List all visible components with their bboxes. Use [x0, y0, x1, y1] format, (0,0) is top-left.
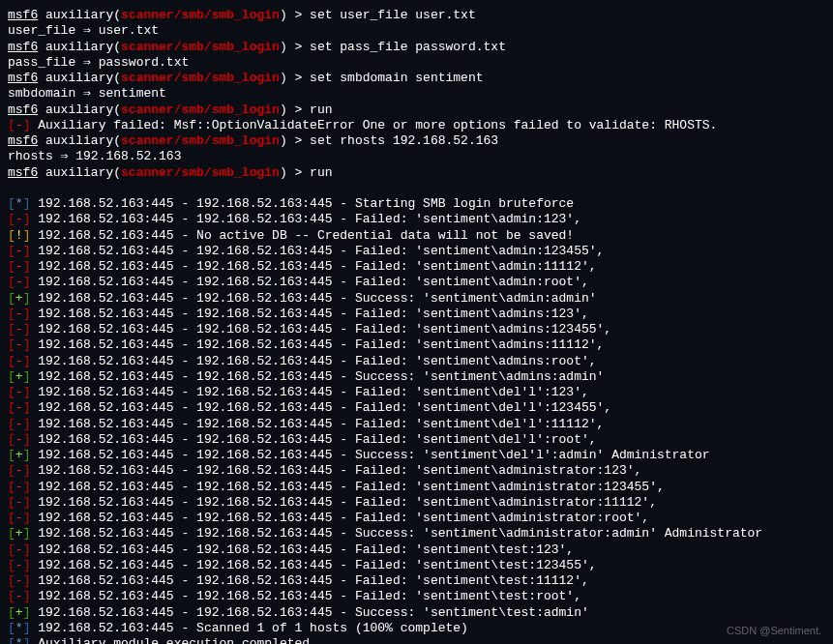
echo-line: smbdomain ⇒ sentiment — [8, 86, 825, 102]
output-line: [-] 192.168.52.163:445 - 192.168.52.163:… — [8, 589, 825, 604]
terminal-output[interactable]: msf6 auxiliary(scanner/smb/smb_login) > … — [8, 8, 825, 644]
minus-tag: [-] — [8, 463, 38, 478]
output-line: [-] 192.168.52.163:445 - 192.168.52.163:… — [8, 385, 825, 400]
minus-tag: [-] — [8, 337, 38, 352]
command-text: run — [310, 102, 332, 117]
star-tag: [*] — [8, 621, 38, 635]
minus-tag: [-] — [8, 511, 38, 525]
output-line: [-] 192.168.52.163:445 - 192.168.52.163:… — [8, 511, 825, 526]
output-text: 192.168.52.163:445 - 192.168.52.163:445 … — [38, 432, 596, 447]
command-line: msf6 auxiliary(scanner/smb/smb_login) > … — [8, 71, 825, 86]
echo-line: user_file ⇒ user.txt — [8, 23, 825, 39]
output-line: [-] 192.168.52.163:445 - 192.168.52.163:… — [8, 322, 825, 337]
msf-prompt: msf6 auxiliary(scanner/smb/smb_login) > — [8, 165, 310, 180]
minus-tag: [-] — [8, 322, 38, 337]
output-line: [*] 192.168.52.163:445 - 192.168.52.163:… — [8, 196, 825, 212]
output-line: [+] 192.168.52.163:445 - 192.168.52.163:… — [8, 291, 825, 307]
output-text: 192.168.52.163:445 - 192.168.52.163:445 … — [38, 605, 589, 620]
minus-tag: [-] — [8, 212, 38, 226]
output-line: [+] 192.168.52.163:445 - 192.168.52.163:… — [8, 605, 825, 621]
plus-tag: [+] — [8, 526, 38, 541]
minus-tag: [-] — [8, 542, 38, 557]
msf-prompt: msf6 auxiliary(scanner/smb/smb_login) > — [8, 102, 310, 117]
output-line: [-] 192.168.52.163:445 - 192.168.52.163:… — [8, 432, 825, 448]
output-text: 192.168.52.163:445 - 192.168.52.163:445 … — [38, 511, 649, 525]
output-text: 192.168.52.163:445 - Scanned 1 of 1 host… — [38, 621, 468, 635]
output-text: 192.168.52.163:445 - 192.168.52.163:445 … — [38, 480, 665, 494]
plus-tag: [+] — [8, 291, 38, 306]
msf-prompt: msf6 auxiliary(scanner/smb/smb_login) > — [8, 8, 310, 22]
output-text: 192.168.52.163:445 - 192.168.52.163:445 … — [38, 196, 574, 211]
error-line: [-] Auxiliary failed: Msf::OptionValidat… — [8, 118, 825, 133]
msf-prompt: msf6 auxiliary(scanner/smb/smb_login) > — [8, 40, 310, 54]
command-line: msf6 auxiliary(scanner/smb/smb_login) > … — [8, 102, 825, 118]
output-line: [-] 192.168.52.163:445 - 192.168.52.163:… — [8, 573, 825, 589]
output-line: [+] 192.168.52.163:445 - 192.168.52.163:… — [8, 369, 825, 385]
plus-tag: [+] — [8, 369, 38, 384]
output-text: 192.168.52.163:445 - 192.168.52.163:445 … — [38, 448, 709, 462]
output-line: [-] 192.168.52.163:445 - 192.168.52.163:… — [8, 495, 825, 511]
minus-tag: [-] — [8, 307, 38, 321]
minus-tag: [-] — [8, 275, 38, 289]
output-text: 192.168.52.163:445 - 192.168.52.163:445 … — [38, 212, 581, 226]
output-line: [-] 192.168.52.163:445 - 192.168.52.163:… — [8, 212, 825, 227]
echo-line: rhosts ⇒ 192.168.52.163 — [8, 149, 825, 164]
output-line: [-] 192.168.52.163:445 - 192.168.52.163:… — [8, 275, 825, 290]
echo-line: pass_file ⇒ password.txt — [8, 55, 825, 71]
minus-tag: [-] — [8, 417, 38, 431]
minus-tag: [-] — [8, 400, 38, 415]
output-line: [-] 192.168.52.163:445 - 192.168.52.163:… — [8, 542, 825, 558]
output-line: [-] 192.168.52.163:445 - 192.168.52.163:… — [8, 307, 825, 322]
plus-tag: [+] — [8, 448, 38, 462]
minus-tag: [-] — [8, 573, 38, 588]
command-text: set user_file user.txt — [310, 8, 476, 22]
command-line: msf6 auxiliary(scanner/smb/smb_login) > … — [8, 8, 825, 23]
output-text: 192.168.52.163:445 - 192.168.52.163:445 … — [38, 558, 596, 572]
plus-tag: [+] — [8, 605, 38, 620]
command-line: msf6 auxiliary(scanner/smb/smb_login) > … — [8, 165, 825, 181]
command-text: run — [310, 165, 332, 180]
star-tag: [*] — [8, 636, 38, 644]
output-line: [-] 192.168.52.163:445 - 192.168.52.163:… — [8, 244, 825, 259]
minus-tag: [-] — [8, 558, 38, 572]
output-line: [-] 192.168.52.163:445 - 192.168.52.163:… — [8, 337, 825, 353]
output-text: 192.168.52.163:445 - 192.168.52.163:445 … — [38, 589, 581, 603]
msf-prompt: msf6 auxiliary(scanner/smb/smb_login) > — [8, 71, 310, 85]
watermark-text: CSDN @Sentiment. — [727, 625, 821, 638]
output-line: [-] 192.168.52.163:445 - 192.168.52.163:… — [8, 400, 825, 416]
output-text: 192.168.52.163:445 - 192.168.52.163:445 … — [38, 337, 604, 352]
command-text: set pass_file password.txt — [310, 40, 506, 54]
output-line: [-] 192.168.52.163:445 - 192.168.52.163:… — [8, 558, 825, 573]
output-text: 192.168.52.163:445 - 192.168.52.163:445 … — [38, 542, 574, 557]
output-text: 192.168.52.163:445 - 192.168.52.163:445 … — [38, 275, 589, 289]
output-line: [-] 192.168.52.163:445 - 192.168.52.163:… — [8, 480, 825, 495]
minus-tag: [-] — [8, 385, 38, 399]
minus-tag: [-] — [8, 118, 38, 132]
output-text: 192.168.52.163:445 - 192.168.52.163:445 … — [38, 322, 611, 337]
output-text: 192.168.52.163:445 - 192.168.52.163:445 … — [38, 244, 604, 258]
output-line: [+] 192.168.52.163:445 - 192.168.52.163:… — [8, 526, 825, 542]
output-text: 192.168.52.163:445 - 192.168.52.163:445 … — [38, 259, 596, 274]
output-line: [*] Auxiliary module execution completed — [8, 636, 825, 644]
command-line: msf6 auxiliary(scanner/smb/smb_login) > … — [8, 133, 825, 149]
minus-tag: [-] — [8, 432, 38, 447]
output-text: 192.168.52.163:445 - 192.168.52.163:445 … — [38, 307, 589, 321]
output-text: 192.168.52.163:445 - 192.168.52.163:445 … — [38, 463, 641, 478]
bang-tag: [!] — [8, 228, 38, 243]
output-line: [+] 192.168.52.163:445 - 192.168.52.163:… — [8, 448, 825, 463]
minus-tag: [-] — [8, 495, 38, 510]
output-text: 192.168.52.163:445 - 192.168.52.163:445 … — [38, 417, 604, 431]
star-tag: [*] — [8, 196, 38, 211]
command-text: set smbdomain sentiment — [310, 71, 483, 85]
command-text: set rhosts 192.168.52.163 — [310, 133, 498, 148]
output-text: 192.168.52.163:445 - No active DB -- Cre… — [38, 228, 574, 243]
minus-tag: [-] — [8, 480, 38, 494]
minus-tag: [-] — [8, 259, 38, 274]
output-text: Auxiliary module execution completed — [38, 636, 310, 644]
output-text: 192.168.52.163:445 - 192.168.52.163:445 … — [38, 291, 596, 306]
minus-tag: [-] — [8, 589, 38, 603]
output-line: [-] 192.168.52.163:445 - 192.168.52.163:… — [8, 259, 825, 275]
output-line: [*] 192.168.52.163:445 - Scanned 1 of 1 … — [8, 621, 825, 636]
output-text: 192.168.52.163:445 - 192.168.52.163:445 … — [38, 354, 596, 368]
minus-tag: [-] — [8, 354, 38, 368]
